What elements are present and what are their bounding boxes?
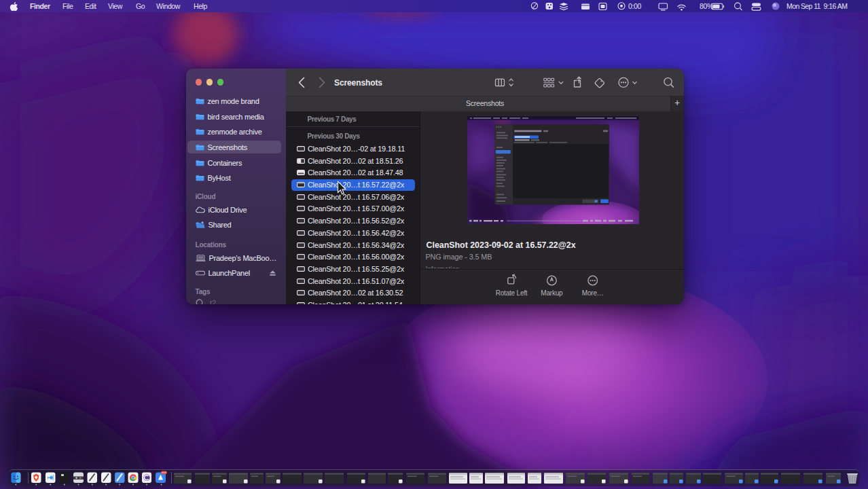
- svg-text:More…: More…: [581, 289, 603, 297]
- svg-text:Rotate Left: Rotate Left: [495, 289, 527, 297]
- svg-text:Screenshots: Screenshots: [334, 77, 382, 87]
- svg-text:Markup: Markup: [541, 289, 563, 297]
